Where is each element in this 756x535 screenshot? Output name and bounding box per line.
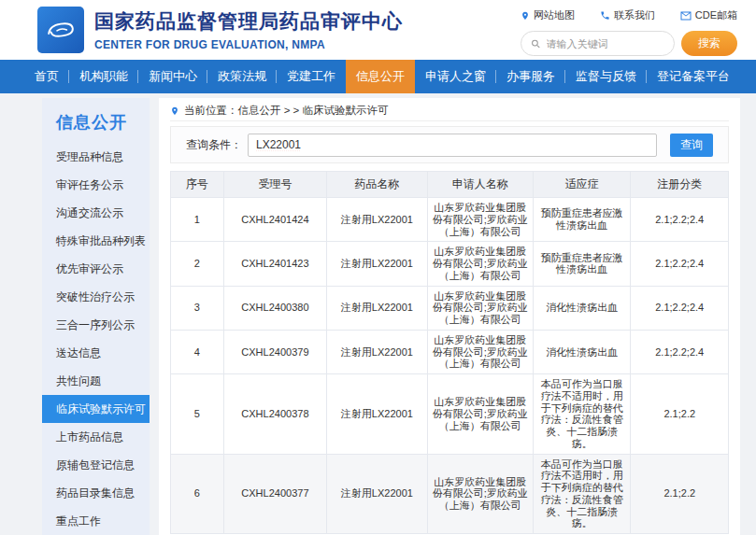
cde-logo[interactable]	[37, 7, 84, 53]
nav-item-services[interactable]: 办事服务	[496, 60, 565, 93]
col-header-acceptance-no: 受理号	[223, 172, 326, 198]
cell-acceptance-no: CXHL2400380	[223, 286, 326, 330]
cell-acceptance-no: CXHL2400377	[223, 454, 326, 534]
cell-indication: 预防重症患者应激性溃疡出血	[534, 242, 631, 286]
query-label: 查询条件：	[186, 137, 242, 153]
cell-applicant: 山东罗欣药业集团股份有限公司;罗欣药业（上海）有限公司	[427, 198, 533, 242]
site-subtitle: CENTER FOR DRUG EVALUATION, NMPA	[94, 38, 403, 51]
cell-seq: 6	[171, 454, 224, 534]
search-row: 搜索	[521, 31, 737, 56]
main-nav: 首页 机构职能 新闻中心 政策法规 党建工作 信息公开 申请人之窗 办事服务 监…	[0, 60, 756, 93]
results-table: 序号 受理号 药品名称 申请人名称 适应症 注册分类 1 CXHL2401424…	[170, 171, 729, 534]
cde-logo-icon	[42, 11, 79, 49]
sitemap-link[interactable]: 网站地图	[521, 8, 575, 22]
query-bar: 查询条件： 查询	[170, 126, 729, 163]
contact-label: 联系我们	[614, 8, 655, 22]
nav-item-info-disclosure[interactable]: 信息公开	[346, 60, 415, 93]
cell-reg-class: 2.1;2.2	[631, 374, 729, 455]
sidebar-item-common-issues[interactable]: 共性问题	[42, 367, 150, 395]
table-row: 2 CXHL2401423 注射用LX22001 山东罗欣药业集团股份有限公司;…	[171, 242, 729, 286]
cell-indication: 预防重症患者应激性溃疡出血	[534, 198, 631, 242]
quick-links: 网站地图 联系我们 CDE邮箱	[521, 8, 737, 22]
contact-link[interactable]: 联系我们	[600, 8, 655, 22]
sidebar-item-special-approval-list[interactable]: 特殊审批品种列表	[42, 227, 150, 255]
cell-reg-class: 2.1;2.2;2.4	[631, 330, 729, 373]
nav-item-supervision-feedback[interactable]: 监督与反馈	[565, 60, 647, 93]
location-pin-icon	[170, 106, 179, 117]
nav-item-org-functions[interactable]: 机构职能	[69, 60, 138, 93]
sidebar: 信息公开 受理品种信息 审评任务公示 沟通交流公示 特殊审批品种列表 优先审评公…	[42, 98, 150, 535]
query-button[interactable]: 查询	[670, 134, 713, 157]
header-right: 网站地图 联系我们 CDE邮箱 搜索	[521, 8, 737, 56]
cell-indication: 本品可作为当口服疗法不适用时，用于下列病症的替代疗法：反流性食管炎、十二指肠溃疡…	[534, 374, 631, 455]
sidebar-item-breakthrough-therapy-publicity[interactable]: 突破性治疗公示	[42, 283, 150, 311]
sidebar-item-clinical-trial-implied-license[interactable]: 临床试验默示许可	[42, 395, 150, 423]
breadcrumb-text: 当前位置：信息公开 > > 临床试验默示许可	[184, 104, 389, 118]
sidebar-item-accepted-variety-info[interactable]: 受理品种信息	[42, 143, 150, 171]
cell-acceptance-no: CXHL2400378	[223, 374, 326, 455]
nav-item-party-building[interactable]: 党建工作	[277, 60, 346, 93]
sidebar-item-delivery-info[interactable]: 送达信息	[42, 339, 150, 367]
sidebar-item-review-task-publicity[interactable]: 审评任务公示	[42, 171, 150, 199]
mail-icon	[680, 11, 692, 21]
nav-item-registration-platform[interactable]: 登记备案平台	[647, 60, 740, 93]
sidebar-item-communication-publicity[interactable]: 沟通交流公示	[42, 199, 150, 227]
sidebar-item-marketed-drug-info[interactable]: 上市药品信息	[42, 423, 150, 451]
query-input[interactable]	[248, 134, 657, 157]
col-header-applicant: 申请人名称	[427, 172, 533, 198]
page-body: 信息公开 受理品种信息 审评任务公示 沟通交流公示 特殊审批品种列表 优先审评公…	[0, 93, 756, 535]
sidebar-title: 信息公开	[56, 111, 150, 134]
cell-applicant: 山东罗欣药业集团股份有限公司;罗欣药业（上海）有限公司	[427, 330, 533, 373]
cell-acceptance-no: CXHL2401424	[223, 198, 326, 242]
cell-applicant: 山东罗欣药业集团股份有限公司;罗欣药业（上海）有限公司	[427, 454, 533, 534]
cell-seq: 2	[171, 242, 224, 286]
mailbox-link[interactable]: CDE邮箱	[680, 8, 737, 22]
table-row: 3 CXHL2400380 注射用LX22001 山东罗欣药业集团股份有限公司;…	[171, 286, 729, 330]
table-row: 1 CXHL2401424 注射用LX22001 山东罗欣药业集团股份有限公司;…	[171, 198, 729, 242]
col-header-seq: 序号	[171, 172, 224, 198]
cell-applicant: 山东罗欣药业集团股份有限公司;罗欣药业（上海）有限公司	[427, 286, 533, 330]
cell-drug-name: 注射用LX22001	[327, 454, 427, 534]
cell-drug-name: 注射用LX22001	[327, 330, 427, 373]
phone-icon	[600, 10, 610, 21]
cell-acceptance-no: CXHL2401423	[223, 242, 326, 286]
cell-applicant: 山东罗欣药业集团股份有限公司;罗欣药业（上海）有限公司	[427, 242, 533, 286]
cell-drug-name: 注射用LX22001	[327, 242, 427, 286]
site-header: 国家药品监督管理局药品审评中心 CENTER FOR DRUG EVALUATI…	[0, 0, 756, 60]
cell-reg-class: 2.1;2.2;2.4	[631, 198, 729, 242]
cell-indication: 消化性溃疡出血	[534, 330, 631, 373]
search-box	[521, 31, 675, 56]
title-block: 国家药品监督管理局药品审评中心 CENTER FOR DRUG EVALUATI…	[94, 8, 403, 51]
nav-item-policies[interactable]: 政策法规	[207, 60, 277, 93]
search-input[interactable]	[547, 38, 664, 49]
cell-seq: 4	[171, 330, 224, 373]
col-header-reg-class: 注册分类	[631, 172, 729, 198]
sidebar-item-raw-aux-pack-registration[interactable]: 原辅包登记信息	[42, 451, 150, 479]
cell-reg-class: 2.1;2.2;2.4	[631, 242, 729, 286]
cell-seq: 5	[171, 374, 224, 455]
search-icon	[531, 38, 541, 49]
sidebar-item-key-work[interactable]: 重点工作	[42, 507, 150, 535]
cell-reg-class: 2.1;2.2;2.4	[631, 286, 729, 330]
table-row: 4 CXHL2400379 注射用LX22001 山东罗欣药业集团股份有限公司;…	[171, 330, 729, 373]
site-title: 国家药品监督管理局药品审评中心	[94, 8, 403, 35]
search-button[interactable]: 搜索	[681, 31, 737, 56]
nav-item-news-center[interactable]: 新闻中心	[138, 60, 207, 93]
content-panel: 当前位置：信息公开 > > 临床试验默示许可 查询条件： 查询 序号 受理号 药…	[159, 98, 740, 535]
nav-item-applicant-window[interactable]: 申请人之窗	[415, 60, 496, 93]
sidebar-item-three-in-one-sequence[interactable]: 三合一序列公示	[42, 311, 150, 339]
cell-indication: 本品可作为当口服疗法不适用时，用于下列病症的替代疗法：反流性食管炎、十二指肠溃疡…	[534, 454, 631, 534]
cell-reg-class: 2.1;2.2	[631, 454, 729, 534]
sidebar-item-priority-review-publicity[interactable]: 优先审评公示	[42, 255, 150, 283]
location-pin-icon	[521, 10, 530, 21]
sidebar-item-drug-catalog-info[interactable]: 药品目录集信息	[42, 479, 150, 507]
cell-applicant: 山东罗欣药业集团股份有限公司;罗欣药业（上海）有限公司	[427, 374, 533, 455]
nav-item-home[interactable]: 首页	[24, 60, 69, 93]
breadcrumb: 当前位置：信息公开 > > 临床试验默示许可	[170, 101, 729, 121]
col-header-drug-name: 药品名称	[327, 172, 427, 198]
cell-acceptance-no: CXHL2400379	[223, 330, 326, 373]
cell-seq: 1	[171, 198, 224, 242]
table-row: 5 CXHL2400378 注射用LX22001 山东罗欣药业集团股份有限公司;…	[171, 374, 729, 455]
table-row: 6 CXHL2400377 注射用LX22001 山东罗欣药业集团股份有限公司;…	[171, 454, 729, 534]
table-header-row: 序号 受理号 药品名称 申请人名称 适应症 注册分类	[171, 172, 729, 198]
